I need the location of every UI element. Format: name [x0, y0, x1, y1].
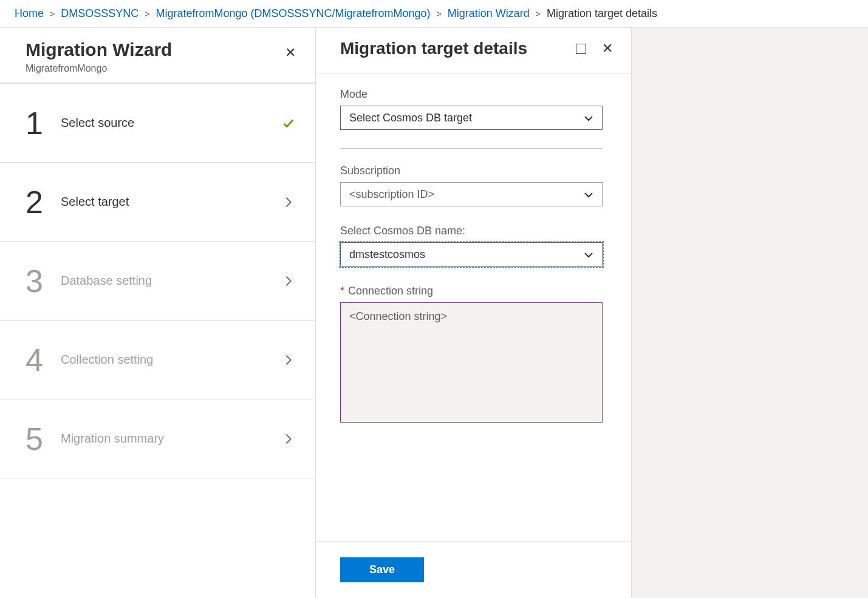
detail-panel: Migration target details ✕ Mode Select C…: [316, 28, 632, 598]
cosmos-db-label: Select Cosmos DB name:: [340, 225, 607, 237]
chevron-down-icon: [584, 248, 593, 261]
breadcrumb-migratefrommongo[interactable]: MigratefromMongo (DMSOSSSYNC/Migratefrom…: [155, 7, 430, 20]
check-icon: [280, 117, 297, 130]
chevron-right-icon: >: [145, 9, 149, 19]
wizard-title: Migration Wizard: [26, 39, 172, 61]
close-icon[interactable]: ✕: [282, 44, 298, 62]
wizard-step-select-target[interactable]: 2 Select target: [0, 163, 315, 242]
wizard-step-migration-summary[interactable]: 5 Migration summary: [0, 399, 315, 478]
detail-header: Migration target details ✕: [316, 28, 631, 73]
divider: [340, 148, 603, 149]
step-number: 3: [26, 263, 61, 299]
step-number: 2: [26, 184, 61, 220]
breadcrumb-home[interactable]: Home: [15, 7, 44, 20]
maximize-icon[interactable]: [576, 44, 586, 54]
connection-string-label: *Connection string: [340, 285, 607, 297]
step-number: 5: [26, 421, 61, 457]
step-label: Select source: [61, 116, 280, 130]
chevron-right-icon: >: [536, 9, 541, 19]
subscription-label: Subscription: [340, 165, 607, 177]
connection-string-input[interactable]: [340, 302, 603, 423]
wizard-subtitle: MigratefromMongo: [26, 63, 172, 74]
chevron-right-icon: [280, 195, 297, 209]
wizard-step-database-setting[interactable]: 3 Database setting: [0, 242, 315, 321]
chevron-down-icon: [584, 188, 593, 201]
step-label: Collection setting: [61, 353, 280, 367]
step-label: Database setting: [61, 274, 280, 288]
chevron-down-icon: [584, 112, 593, 124]
breadcrumb: Home > DMSOSSSYNC > MigratefromMongo (DM…: [0, 0, 868, 28]
step-number: 4: [26, 342, 61, 378]
mode-value: Select Cosmos DB target: [349, 112, 472, 124]
save-button[interactable]: Save: [340, 557, 424, 582]
breadcrumb-dmsosssync[interactable]: DMSOSSSYNC: [61, 7, 138, 20]
chevron-right-icon: >: [437, 9, 442, 19]
step-label: Select target: [61, 195, 280, 209]
detail-footer: Save: [316, 541, 631, 598]
required-asterisk: *: [340, 285, 344, 297]
wizard-header: Migration Wizard MigratefromMongo ✕: [0, 28, 315, 84]
mode-label: Mode: [340, 88, 607, 101]
detail-title: Migration target details: [340, 39, 527, 58]
breadcrumb-migration-wizard[interactable]: Migration Wizard: [448, 7, 530, 20]
cosmos-db-select[interactable]: dmstestcosmos: [340, 242, 603, 267]
chevron-right-icon: [280, 432, 297, 446]
subscription-value: <subscription ID>: [349, 188, 434, 201]
subscription-select[interactable]: <subscription ID>: [340, 182, 603, 206]
wizard-step-collection-setting[interactable]: 4 Collection setting: [0, 321, 315, 399]
mode-select[interactable]: Select Cosmos DB target: [340, 106, 603, 130]
chevron-right-icon: [280, 274, 297, 288]
breadcrumb-current: Migration target details: [547, 7, 657, 20]
wizard-panel: Migration Wizard MigratefromMongo ✕ 1 Se…: [0, 28, 316, 598]
chevron-right-icon: >: [50, 9, 55, 19]
wizard-step-select-source[interactable]: 1 Select source: [0, 84, 315, 163]
step-label: Migration summary: [61, 432, 280, 446]
step-number: 1: [26, 105, 61, 141]
cosmos-db-value: dmstestcosmos: [349, 248, 425, 261]
close-icon[interactable]: ✕: [601, 41, 614, 56]
empty-area: [632, 28, 868, 598]
chevron-right-icon: [280, 353, 297, 367]
